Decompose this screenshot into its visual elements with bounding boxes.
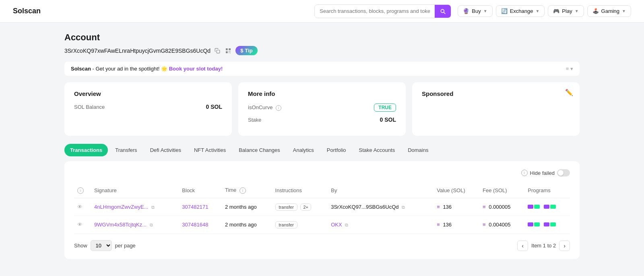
tab-portfolio[interactable]: Portfolio: [321, 144, 352, 156]
buy-button[interactable]: 🔮 Buy ▼: [458, 5, 492, 17]
exchange-label: Exchange: [510, 8, 533, 14]
per-page-select[interactable]: 10 20 50: [91, 240, 112, 251]
pagination-row: Show 10 20 50 per page ‹ Item 1 to 2 ›: [74, 240, 570, 251]
instruction-plus-1[interactable]: 2+: [300, 203, 311, 211]
bar-purple-1: [528, 205, 533, 209]
by-address-1: 3SrXcoKQ97...9SBGs6UcQd: [331, 204, 398, 210]
row2-value: ≡ 136: [433, 216, 479, 234]
svg-rect-5: [230, 51, 231, 52]
table-row: 👁 4nLHmgomZwvZwyE... ⧉ 307482171 2 month…: [74, 198, 570, 216]
tab-nft-activities[interactable]: NFT Activities: [188, 144, 231, 156]
row2-eye: 👁: [74, 216, 91, 234]
gaming-button[interactable]: 🕹️ Gaming ▼: [587, 5, 631, 17]
table-header: i Signature Block Time i Instructions By…: [74, 183, 570, 198]
tab-balance-changes[interactable]: Balance Changes: [233, 144, 286, 156]
col-by-header: By: [328, 183, 433, 198]
hide-failed-info-icon[interactable]: i: [521, 170, 528, 176]
search-button[interactable]: [435, 5, 451, 18]
prev-page-button[interactable]: ‹: [517, 241, 528, 251]
qr-code-button[interactable]: [224, 47, 232, 55]
search-icon: [440, 8, 446, 15]
fee-sol-icon-1: ≡: [483, 204, 486, 210]
signature-link-1[interactable]: 4nLHmgomZwvZwyE...: [94, 204, 148, 210]
tip-badge[interactable]: $ Tip: [235, 46, 258, 55]
table-header-row: i Hide failed: [74, 169, 570, 176]
svg-rect-4: [229, 51, 229, 52]
row1-eye: 👁: [74, 198, 91, 216]
copy-by-icon-1[interactable]: ⧉: [402, 205, 405, 210]
play-button[interactable]: 🎮 Play ▼: [548, 5, 584, 17]
instruction-tag-2: transfer: [275, 221, 297, 228]
signature-link-2[interactable]: 9WGVm4x58TcjtqKz...: [94, 222, 147, 228]
copy-by-icon-2[interactable]: ⧉: [345, 222, 348, 227]
is-on-curve-row: isOnCurve i TRUE: [248, 104, 396, 112]
tab-defi-activities[interactable]: Defi Activities: [144, 144, 187, 156]
time-info-icon[interactable]: i: [239, 187, 246, 194]
qr-icon: [225, 48, 231, 54]
is-on-curve-info-icon[interactable]: i: [276, 105, 281, 111]
edit-icon[interactable]: ✏️: [565, 89, 573, 96]
bar-teal-2b: [550, 222, 556, 226]
overview-title: Overview: [74, 90, 222, 97]
program-bars-1b: [544, 205, 556, 209]
copy-address-button[interactable]: [214, 47, 221, 54]
row2-by: OKX ⧉: [328, 216, 433, 234]
row1-value: ≡ 136: [433, 198, 479, 216]
tab-transactions[interactable]: Transactions: [64, 144, 108, 156]
chevron-down-icon: ▼: [483, 9, 487, 13]
program-bars-2: [528, 222, 540, 226]
bar-purple-2b: [544, 222, 549, 226]
hide-failed-toggle[interactable]: [557, 169, 570, 176]
block-link-1[interactable]: 307482171: [182, 204, 208, 210]
eye-icon-2[interactable]: 👁: [77, 222, 83, 228]
next-page-button[interactable]: ›: [559, 241, 570, 251]
copy-sig-icon-2[interactable]: ⧉: [150, 222, 153, 227]
exchange-button[interactable]: 🔄 Exchange ▼: [496, 5, 545, 17]
ad-banner: Solscan - Get your ad in the spotlight! …: [64, 62, 580, 76]
row1-signature: 4nLHmgomZwvZwyE... ⧉: [91, 198, 179, 216]
copy-sig-icon-1[interactable]: ⧉: [151, 205, 155, 210]
show-label: Show: [74, 243, 87, 249]
show-row: Show 10 20 50 per page: [74, 240, 136, 251]
search-input[interactable]: [315, 5, 435, 17]
main-content: Account 3SrXcoKQ97xwFAwELnraHtpuycjGvmG8…: [0, 23, 644, 269]
bar-purple-1b: [544, 205, 549, 209]
eye-icon[interactable]: 👁: [77, 204, 83, 210]
stake-label: Stake: [248, 117, 261, 123]
ad-description: - Get your ad in the spotlight! 🌟: [92, 66, 169, 72]
sponsored-title: Sponsored: [422, 90, 570, 97]
toggle-knob: [558, 170, 564, 176]
svg-rect-1: [226, 48, 228, 50]
svg-rect-7: [230, 52, 231, 53]
ad-link[interactable]: Book your slot today!: [169, 66, 223, 72]
sol-balance-row: SOL Balance 0 SOL: [74, 104, 222, 110]
svg-rect-2: [229, 48, 231, 50]
value-1: 136: [443, 204, 452, 210]
transactions-table: i Signature Block Time i Instructions By…: [74, 183, 570, 234]
sol-icon-2: ≡: [437, 222, 440, 228]
is-on-curve-label: isOnCurve i: [248, 104, 281, 111]
table-info-icon[interactable]: i: [77, 187, 84, 194]
address-text: 3SrXcoKQ97xwFAwELnraHtpuycjGvmG82E9SBGs6…: [64, 48, 211, 54]
tip-icon: $: [240, 48, 243, 54]
hide-failed-label: Hide failed: [530, 170, 555, 176]
tab-stake-accounts[interactable]: Stake Accounts: [353, 144, 401, 156]
sol-balance-value: 0 SOL: [206, 104, 222, 110]
tabs-row: Transactions Transfers Defi Activities N…: [64, 144, 580, 156]
ad-controls[interactable]: ≡ ▾: [566, 66, 573, 72]
row1-block: 307482171: [179, 198, 222, 216]
col-block-header: Block: [179, 183, 222, 198]
sol-balance-label: SOL Balance: [74, 104, 105, 110]
tab-domains[interactable]: Domains: [402, 144, 434, 156]
svg-rect-6: [229, 52, 229, 53]
tab-analytics[interactable]: Analytics: [287, 144, 320, 156]
block-link-2[interactable]: 307481648: [182, 222, 208, 228]
value-2: 136: [443, 222, 452, 228]
more-info-title: More info: [248, 90, 396, 97]
okx-link[interactable]: OKX: [331, 222, 342, 228]
row1-fee: ≡ 0.000005: [479, 198, 524, 216]
buy-label: Buy: [472, 8, 481, 14]
col-time-header: Time i: [222, 183, 272, 198]
tab-transfers[interactable]: Transfers: [109, 144, 142, 156]
play-icon: 🎮: [553, 8, 559, 14]
